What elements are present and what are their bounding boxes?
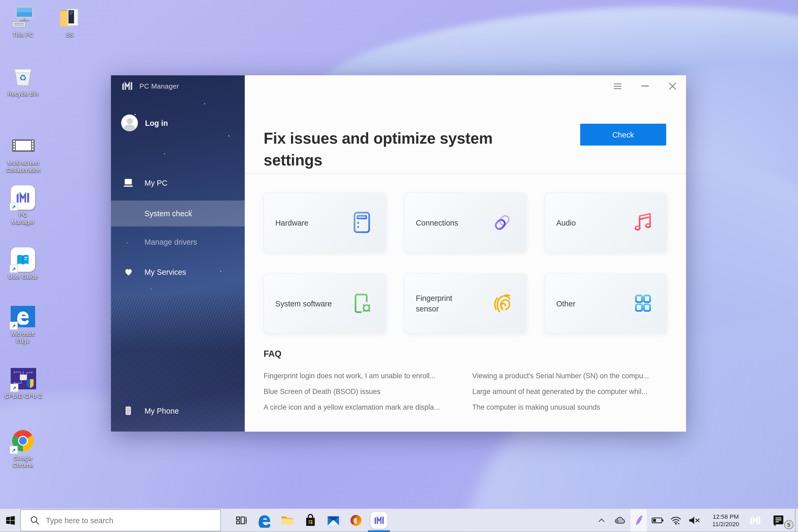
faq-link[interactable]: The computer is making unusual sounds (472, 402, 677, 418)
desktop-icon-label: Microsoft Edge (7, 331, 39, 345)
pc-manager-taskbar-icon (370, 512, 387, 529)
faq-column-right: Viewing a product's Serial Number (SN) o… (472, 370, 677, 418)
chain-link-icon (491, 211, 514, 234)
faq-link[interactable]: Fingerprint login does not work, I am un… (264, 370, 468, 386)
tile-connections[interactable]: Connections (404, 192, 527, 252)
hardware-list-icon (350, 211, 374, 234)
tile-label: Connections (416, 217, 458, 228)
desktop-icon-recycle-bin[interactable]: ♻ Recycle Bin (7, 64, 39, 97)
tile-label: Other (556, 298, 575, 308)
window-close-button[interactable] (667, 80, 678, 92)
desktop-icon-cpuz[interactable]: CPUID CPU-Z (2, 366, 45, 400)
desktop-icon-label: PC Manager (7, 212, 39, 226)
window-menu-button[interactable] (612, 80, 623, 92)
page-title: Fix issues and optimize system settings (264, 128, 518, 171)
window-minimize-button[interactable] (639, 80, 650, 92)
shortcut-arrow-icon (10, 265, 18, 273)
desktop-icon-ss[interactable]: SS (54, 5, 86, 38)
tile-hardware[interactable]: Hardware (264, 192, 386, 252)
faq-link[interactable]: Large amount of heat generated by the co… (472, 386, 677, 402)
avatar (121, 114, 138, 131)
shortcut-arrow-icon (10, 203, 18, 211)
this-pc-icon (11, 5, 35, 30)
film-frame-icon (11, 133, 36, 158)
desktop-icon-chrome[interactable]: Google Chrome (7, 429, 39, 469)
sidebar-item-label: My Phone (145, 406, 179, 415)
sidebar-item-my-pc[interactable]: My PC (111, 173, 245, 192)
desktop-icon-label: SS (66, 32, 73, 39)
faq-column-left: Fingerprint login does not work, I am un… (264, 370, 468, 418)
speaker-mute-icon (688, 516, 700, 525)
taskbar-pc-manager-active[interactable] (367, 509, 390, 532)
desktop-icon-multiscreen[interactable]: Multi-screen Collaboration (2, 133, 45, 173)
tile-other[interactable]: Other (545, 273, 667, 333)
desktop-icon-label: Recycle Bin (7, 91, 38, 98)
cloud-icon (614, 516, 626, 525)
taskbar-office[interactable] (344, 509, 367, 532)
tray-pc-manager[interactable] (748, 509, 763, 532)
tray-volume-muted[interactable] (687, 509, 702, 532)
microsoft-store-icon (303, 513, 317, 528)
desktop-icon-label: User Guide (8, 274, 38, 281)
folder-icon (57, 5, 82, 30)
windows-logo-icon (5, 516, 15, 525)
taskbar-clock[interactable]: 12:58 PM 11/2/2020 (707, 513, 745, 528)
fingerprint-icon (491, 291, 514, 315)
app-title: PC Manager (139, 82, 179, 90)
desktop-icon-label: Google Chrome (7, 455, 39, 469)
recycle-bin-icon: ♻ (11, 64, 35, 89)
desktop-icon-user-guide[interactable]: User Guide (7, 247, 39, 281)
faq-link[interactable]: Blue Screen of Death (BSOD) issues (264, 386, 468, 402)
check-button[interactable]: Check (580, 124, 666, 146)
tile-system-software[interactable]: System software (264, 273, 386, 333)
category-tiles: Hardware Connections Audio System softwa… (264, 192, 667, 333)
shortcut-arrow-icon (10, 446, 18, 454)
tile-label: Hardware (275, 217, 308, 228)
sidebar-item-my-services[interactable]: My Services (111, 263, 245, 281)
sidebar-item-system-check[interactable]: System check (111, 201, 245, 227)
taskbar-mail[interactable] (322, 509, 344, 532)
sidebar-item-my-phone[interactable]: My Phone (111, 402, 245, 420)
tray-show-hidden-icons[interactable] (594, 509, 609, 532)
taskbar-search[interactable] (20, 510, 221, 531)
show-desktop-button[interactable] (795, 509, 798, 532)
task-view-button[interactable] (230, 509, 253, 532)
taskbar-store[interactable] (299, 509, 322, 532)
desktop-icon-label: This PC (13, 32, 33, 39)
app-logo-row: PC Manager (111, 79, 245, 93)
taskbar-edge[interactable] (253, 509, 276, 532)
faq-heading: FAQ (264, 349, 281, 359)
sidebar-item-label: System check (145, 209, 192, 218)
tile-label: System software (275, 298, 332, 308)
notification-badge: 5 (784, 520, 793, 529)
start-button[interactable] (0, 509, 20, 532)
tile-fingerprint-sensor[interactable]: Fingerprint sensor (404, 273, 527, 333)
music-note-icon (631, 211, 654, 234)
tile-label: Audio (556, 217, 576, 228)
shortcut-arrow-icon (10, 322, 18, 330)
faq-link[interactable]: Viewing a product's Serial Number (SN) o… (472, 370, 677, 386)
tray-pen-app[interactable] (631, 509, 647, 532)
task-view-icon (235, 514, 248, 527)
search-icon (30, 516, 40, 525)
login-button[interactable]: Log in (111, 114, 245, 132)
faq-link[interactable]: A circle icon and a yellow exclamation m… (264, 402, 468, 418)
action-center-button[interactable]: 5 (767, 509, 790, 532)
sidebar-item-manage-drivers[interactable]: Manage drivers (111, 231, 245, 253)
battery-icon (651, 517, 664, 525)
desktop-icon-edge[interactable]: Microsoft Edge (7, 304, 39, 344)
tray-wifi[interactable] (668, 509, 683, 532)
office-icon (349, 514, 363, 528)
search-input[interactable] (45, 516, 200, 525)
notification-icon (772, 514, 785, 527)
laptop-icon (123, 178, 133, 188)
tray-onedrive[interactable] (612, 509, 627, 532)
taskbar: 12:58 PM 11/2/2020 5 (0, 509, 798, 532)
taskbar-file-explorer[interactable] (276, 509, 299, 532)
sidebar-item-label: My PC (145, 178, 167, 187)
tray-battery[interactable] (650, 509, 665, 532)
desktop-icon-this-pc[interactable]: This PC (7, 5, 39, 38)
desktop-icon-pc-manager[interactable]: PC Manager (7, 185, 39, 225)
tile-audio[interactable]: Audio (545, 192, 667, 252)
pc-manager-tray-icon (749, 516, 761, 525)
